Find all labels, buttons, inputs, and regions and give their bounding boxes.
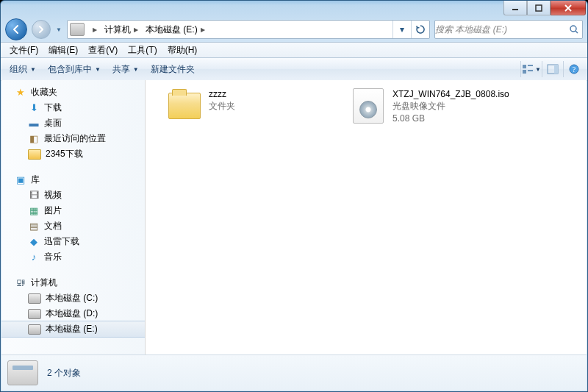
explorer-window: ▼ ▶ 计算机 ▶ 本地磁盘 (E:) ▶ ▾ 搜索 本地磁盘 (E:) (0, 0, 588, 392)
share-button[interactable]: 共享▼ (107, 60, 145, 79)
help-icon: ? (569, 64, 579, 74)
sidebar-item-documents[interactable]: ▤ 文档 (1, 218, 145, 234)
menu-file[interactable]: 文件(F) (5, 43, 43, 58)
menu-tools[interactable]: 工具(T) (123, 43, 161, 58)
file-item-folder[interactable]: zzzz 文件夹 (168, 89, 337, 123)
drive-large-icon (7, 360, 38, 385)
file-list[interactable]: zzzz 文件夹 XTZJ_WIN764_ZJB_0808.iso 光盘映像文件… (146, 80, 587, 354)
arrow-left-icon (11, 24, 21, 35)
close-button[interactable] (551, 1, 586, 15)
sidebar-item-drive-d[interactable]: 本地磁盘 (D:) (1, 306, 145, 321)
address-bar[interactable]: ▶ 计算机 ▶ 本地磁盘 (E:) ▶ ▾ (67, 20, 430, 39)
titlebar (1, 1, 587, 17)
search-placeholder: 搜索 本地磁盘 (E:) (435, 24, 566, 36)
sidebar-item-drive-c[interactable]: 本地磁盘 (C:) (1, 291, 145, 306)
file-name: XTZJ_WIN764_ZJB_0808.iso (392, 89, 509, 99)
help-button[interactable]: ? (563, 61, 584, 77)
file-type: 光盘映像文件 (392, 100, 509, 113)
minimize-button[interactable] (503, 1, 527, 15)
preview-pane-button[interactable] (542, 61, 563, 77)
change-view-button[interactable]: ▼ (520, 61, 542, 77)
preview-pane-icon (547, 64, 559, 74)
file-name: zzzz (209, 89, 235, 99)
svg-point-4 (570, 26, 576, 32)
details-pane: 2 个对象 (1, 354, 587, 391)
sidebar-item-desktop[interactable]: ▬ 桌面 (1, 115, 145, 131)
command-bar: 组织▼ 包含到库中▼ 共享▼ 新建文件夹 ▼ ? (1, 58, 587, 81)
folder-icon (168, 89, 201, 123)
organize-button[interactable]: 组织▼ (4, 60, 42, 79)
sidebar-item-2345[interactable]: 2345下载 (1, 146, 145, 162)
svg-rect-1 (536, 5, 542, 11)
address-dropdown[interactable]: ▾ (392, 21, 411, 38)
item-label: 下载 (44, 101, 62, 114)
back-button[interactable] (5, 18, 27, 40)
libraries-group: ▣ 库 🎞 视频 ▦ 图片 ▤ 文档 ◆ 迅雷下载 (1, 172, 145, 265)
svg-rect-11 (554, 65, 558, 74)
include-label: 包含到库中 (48, 63, 92, 76)
computer-header[interactable]: 🖳 计算机 (1, 275, 145, 291)
sidebar-item-drive-e[interactable]: 本地磁盘 (E:) (1, 321, 145, 338)
menu-view[interactable]: 查看(V) (84, 43, 122, 58)
menu-help[interactable]: 帮助(H) (163, 43, 202, 58)
file-type: 文件夹 (209, 100, 235, 113)
sidebar-item-music[interactable]: ♪ 音乐 (1, 249, 145, 265)
libraries-header[interactable]: ▣ 库 (1, 172, 145, 188)
star-icon: ★ (15, 87, 26, 99)
video-icon: 🎞 (28, 190, 40, 202)
folder-icon (28, 149, 41, 160)
maximize-button[interactable] (527, 1, 551, 15)
search-icon (566, 24, 582, 35)
favorites-group: ★ 收藏夹 ⬇ 下载 ▬ 桌面 ◧ 最近访问的位置 2345下载 (1, 85, 145, 162)
favorites-header[interactable]: ★ 收藏夹 (1, 85, 145, 100)
recent-icon: ◧ (28, 133, 40, 145)
drive-icon (28, 309, 41, 319)
file-item-iso[interactable]: XTZJ_WIN764_ZJB_0808.iso 光盘映像文件 5.08 GB (351, 89, 520, 124)
drive-icon (70, 23, 85, 36)
forward-button[interactable] (32, 20, 51, 39)
refresh-button[interactable] (411, 21, 429, 38)
svg-text:?: ? (573, 65, 576, 74)
item-label: 本地磁盘 (D:) (46, 307, 98, 320)
svg-rect-9 (528, 70, 533, 71)
music-icon: ♪ (28, 252, 40, 263)
menu-bar: 文件(F) 编辑(E) 查看(V) 工具(T) 帮助(H) (1, 42, 587, 58)
sidebar-item-xunlei[interactable]: ◆ 迅雷下载 (1, 234, 145, 249)
sidebar-item-recent[interactable]: ◧ 最近访问的位置 (1, 131, 145, 146)
newfolder-label: 新建文件夹 (151, 63, 195, 76)
sidebar-item-downloads[interactable]: ⬇ 下载 (1, 100, 145, 115)
history-dropdown[interactable]: ▼ (55, 22, 62, 37)
item-label: 2345下载 (46, 148, 83, 160)
computer-label: 计算机 (31, 277, 57, 289)
item-label: 本地磁盘 (E:) (46, 323, 98, 335)
drive-icon (28, 324, 41, 335)
sidebar-item-videos[interactable]: 🎞 视频 (1, 188, 145, 203)
details-text: 2 个对象 (47, 367, 81, 379)
breadcrumb-label: 计算机 (104, 24, 131, 36)
computer-group: 🖳 计算机 本地磁盘 (C:) 本地磁盘 (D:) 本地磁盘 (E:) (1, 275, 145, 338)
new-folder-button[interactable]: 新建文件夹 (145, 60, 201, 79)
breadcrumb-computer[interactable]: 计算机 ▶ (101, 21, 143, 38)
library-icon: ▣ (15, 174, 26, 186)
view-icon (522, 64, 534, 74)
navigation-bar: ▼ ▶ 计算机 ▶ 本地磁盘 (E:) ▶ ▾ 搜索 本地磁盘 (E:) (1, 17, 587, 42)
organize-label: 组织 (10, 63, 27, 76)
xunlei-icon: ◆ (28, 236, 40, 248)
sidebar-item-pictures[interactable]: ▦ 图片 (1, 203, 145, 218)
body: ★ 收藏夹 ⬇ 下载 ▬ 桌面 ◧ 最近访问的位置 2345下载 (1, 80, 587, 354)
desktop-icon: ▬ (28, 118, 40, 129)
item-label: 文档 (44, 220, 62, 232)
breadcrumb-root[interactable]: ▶ (87, 21, 101, 38)
favorites-label: 收藏夹 (31, 86, 57, 99)
refresh-icon (416, 25, 425, 34)
item-label: 图片 (44, 204, 62, 217)
libraries-label: 库 (31, 174, 40, 186)
iso-icon (351, 89, 385, 123)
document-icon: ▤ (28, 221, 40, 232)
search-input[interactable]: 搜索 本地磁盘 (E:) (434, 20, 583, 39)
menu-edit[interactable]: 编辑(E) (44, 43, 82, 58)
include-in-library-button[interactable]: 包含到库中▼ (42, 60, 107, 79)
item-label: 音乐 (44, 251, 62, 263)
drive-icon (28, 293, 41, 304)
breadcrumb-drive-e[interactable]: 本地磁盘 (E:) ▶ (143, 21, 209, 38)
